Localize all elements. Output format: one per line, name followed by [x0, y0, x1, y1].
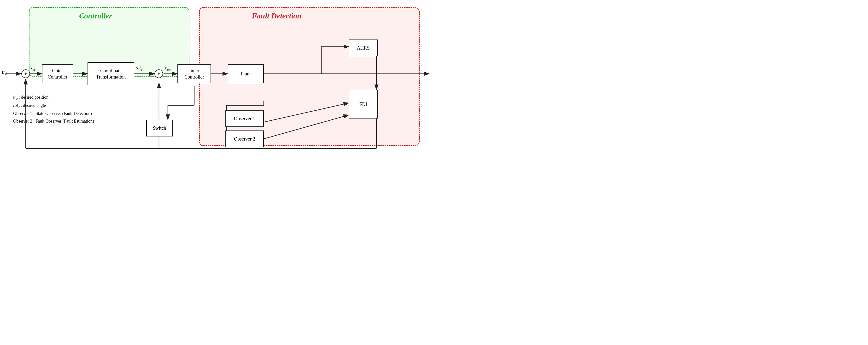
diagram-container: Controller Fault Detection	[0, 0, 434, 172]
summing-junction-2: +	[154, 69, 163, 78]
rot-d-label: rotd	[135, 65, 143, 72]
controller-region-label: Controller	[79, 11, 112, 20]
summing-junction-1: +	[21, 69, 30, 78]
outer-controller-box: OuterController	[42, 64, 73, 83]
plant-box: Plant	[228, 64, 264, 83]
observer2-box: Observer 2	[225, 131, 264, 147]
fdi-box: FDI	[349, 90, 378, 118]
switch-box: Switch	[146, 120, 173, 136]
e-rot-label: erot	[165, 65, 171, 72]
e-tr-label: etr	[31, 65, 35, 72]
fault-detection-region-label: Fault Detection	[252, 11, 301, 20]
legend: trd : desired position rotd : desired an…	[13, 93, 94, 125]
ahrs-box: AHRS	[349, 39, 378, 56]
coord-transform-box: CoordinateTransformation	[88, 62, 134, 85]
tr-d-label: trd	[2, 69, 7, 76]
inner-controller-box: InnerController	[178, 64, 211, 83]
observer1-box: Observer 1	[225, 110, 264, 127]
